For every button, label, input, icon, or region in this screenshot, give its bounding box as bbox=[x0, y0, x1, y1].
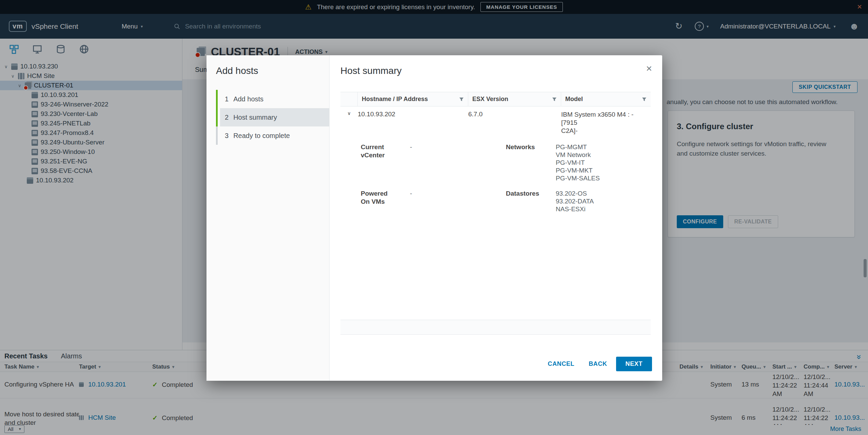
wizard-footer: CANCEL BACK NEXT bbox=[542, 357, 652, 371]
step-label: Add hosts bbox=[233, 95, 263, 103]
progress-bar-complete bbox=[216, 90, 218, 126]
expander-column-header bbox=[340, 92, 358, 106]
filter-icon[interactable] bbox=[459, 97, 464, 102]
wizard-content-panel: Host summary × Hostname / IP Address ESX… bbox=[330, 55, 662, 381]
wizard-steps-panel: Add hosts 1 Add hosts 2 Host summary 3 R… bbox=[206, 55, 330, 381]
table-footer-bar bbox=[340, 320, 651, 335]
host-summary-table: Hostname / IP Address ESX Version Model bbox=[340, 92, 651, 320]
powered-on-vms-value: - bbox=[410, 190, 506, 213]
current-vcenter-value: - bbox=[410, 143, 506, 182]
table-header-row: Hostname / IP Address ESX Version Model bbox=[340, 92, 651, 106]
list-item: PG-MGMT bbox=[556, 143, 651, 151]
step-label: Host summary bbox=[233, 114, 277, 121]
step-add-hosts[interactable]: 1 Add hosts bbox=[220, 90, 329, 108]
column-label: Model bbox=[565, 96, 583, 103]
progress-bar-remaining bbox=[216, 126, 218, 145]
current-vcenter-label: Current vCenter bbox=[361, 143, 396, 182]
host-details-row-1: Current vCenter - Networks PG-MGMT VM Ne… bbox=[340, 143, 651, 182]
filter-icon[interactable] bbox=[552, 97, 557, 102]
wizard-title: Add hosts bbox=[216, 65, 329, 76]
cancel-button[interactable]: CANCEL bbox=[542, 357, 580, 371]
networks-label: Networks bbox=[506, 143, 541, 182]
column-label: ESX Version bbox=[472, 96, 508, 103]
list-item: NAS-ESXi bbox=[556, 205, 651, 213]
host-ip: 10.10.93.202 bbox=[358, 111, 468, 135]
list-item: VM Network bbox=[556, 151, 651, 159]
host-esx-version: 6.7.0 bbox=[468, 111, 561, 135]
datastores-label: Datastores bbox=[506, 190, 541, 213]
step-number: 1 bbox=[225, 95, 229, 103]
wizard-steps: 1 Add hosts 2 Host summary 3 Ready to co… bbox=[206, 90, 329, 145]
column-header-hostname[interactable]: Hostname / IP Address bbox=[358, 92, 468, 106]
column-header-esx-version[interactable]: ESX Version bbox=[468, 92, 561, 106]
panel-title: Host summary bbox=[340, 65, 651, 76]
list-item: 93.202-OS bbox=[556, 190, 651, 197]
column-label: Hostname / IP Address bbox=[362, 96, 428, 103]
next-button[interactable]: NEXT bbox=[616, 357, 652, 371]
step-ready-to-complete[interactable]: 3 Ready to complete bbox=[220, 126, 329, 145]
column-header-model[interactable]: Model bbox=[561, 92, 651, 106]
back-button[interactable]: BACK bbox=[583, 357, 612, 371]
host-details-row-2: Powered On VMs - Datastores 93.202-OS 93… bbox=[340, 190, 651, 213]
step-label: Ready to complete bbox=[233, 132, 290, 140]
list-item: PG-VM-SALES bbox=[556, 174, 651, 182]
list-item: PG-VM-IT bbox=[556, 159, 651, 166]
close-icon[interactable]: × bbox=[646, 63, 652, 74]
step-host-summary[interactable]: 2 Host summary bbox=[220, 108, 329, 126]
step-number: 3 bbox=[225, 132, 229, 140]
list-item: 93.202-DATA bbox=[556, 197, 651, 205]
datastores-list: 93.202-OS 93.202-DATA NAS-ESXi bbox=[556, 190, 651, 213]
networks-list: PG-MGMT VM Network PG-VM-IT PG-VM-MKT PG… bbox=[556, 143, 651, 182]
host-row[interactable]: ∨ 10.10.93.202 6.7.0 IBM System x3650 M4… bbox=[340, 106, 651, 135]
host-model: IBM System x3650 M4 : -[7915 C2A]- bbox=[561, 111, 651, 135]
list-item: PG-VM-MKT bbox=[556, 166, 651, 174]
step-number: 2 bbox=[225, 114, 229, 121]
add-hosts-wizard: Add hosts 1 Add hosts 2 Host summary 3 R… bbox=[206, 55, 662, 381]
collapse-row-icon[interactable]: ∨ bbox=[340, 111, 358, 135]
filter-icon[interactable] bbox=[642, 97, 647, 102]
vsphere-client-screen: ⚠ There are expired or expiring licenses… bbox=[0, 0, 868, 435]
powered-on-vms-label: Powered On VMs bbox=[361, 190, 396, 213]
